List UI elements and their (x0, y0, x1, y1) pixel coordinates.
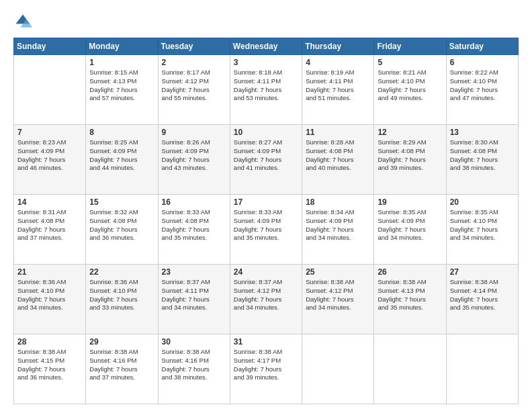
day-number: 29 (89, 337, 154, 347)
weekday-header-monday: Monday (86, 38, 158, 55)
day-info: Sunrise: 8:22 AM Sunset: 4:10 PM Dayligh… (450, 68, 515, 103)
day-number: 22 (89, 267, 154, 277)
calendar-cell: 24Sunrise: 8:37 AM Sunset: 4:12 PM Dayli… (230, 265, 302, 334)
calendar-week-row: 28Sunrise: 8:38 AM Sunset: 4:15 PM Dayli… (14, 334, 519, 404)
day-info: Sunrise: 8:19 AM Sunset: 4:11 PM Dayligh… (306, 68, 370, 103)
day-number: 24 (234, 267, 298, 277)
weekday-header-tuesday: Tuesday (158, 38, 230, 55)
day-number: 11 (306, 128, 370, 137)
calendar-cell: 8Sunrise: 8:25 AM Sunset: 4:09 PM Daylig… (86, 125, 158, 195)
calendar-cell: 18Sunrise: 8:34 AM Sunset: 4:09 PM Dayli… (302, 195, 374, 265)
day-number: 23 (162, 267, 226, 277)
calendar-cell: 5Sunrise: 8:21 AM Sunset: 4:10 PM Daylig… (374, 55, 446, 125)
day-number: 5 (378, 58, 442, 67)
day-number: 28 (17, 337, 82, 347)
calendar-cell: 10Sunrise: 8:27 AM Sunset: 4:09 PM Dayli… (230, 125, 302, 195)
day-number: 20 (450, 197, 515, 207)
day-info: Sunrise: 8:37 AM Sunset: 4:11 PM Dayligh… (162, 278, 226, 312)
calendar-cell: 6Sunrise: 8:22 AM Sunset: 4:10 PM Daylig… (446, 55, 518, 125)
day-number: 25 (306, 267, 370, 277)
calendar-cell: 21Sunrise: 8:36 AM Sunset: 4:10 PM Dayli… (14, 265, 86, 334)
day-number: 18 (306, 197, 370, 207)
calendar-cell: 13Sunrise: 8:30 AM Sunset: 4:08 PM Dayli… (446, 125, 518, 195)
calendar-cell: 28Sunrise: 8:38 AM Sunset: 4:15 PM Dayli… (14, 334, 86, 404)
calendar-cell: 11Sunrise: 8:28 AM Sunset: 4:08 PM Dayli… (302, 125, 374, 195)
day-info: Sunrise: 8:35 AM Sunset: 4:10 PM Dayligh… (450, 208, 515, 242)
calendar-table: SundayMondayTuesdayWednesdayThursdayFrid… (13, 38, 519, 404)
calendar-cell: 2Sunrise: 8:17 AM Sunset: 4:12 PM Daylig… (158, 55, 230, 125)
day-number: 9 (162, 128, 226, 137)
day-number: 4 (306, 58, 370, 67)
day-number: 8 (89, 128, 154, 137)
calendar-cell: 1Sunrise: 8:15 AM Sunset: 4:13 PM Daylig… (86, 55, 158, 125)
day-info: Sunrise: 8:38 AM Sunset: 4:17 PM Dayligh… (234, 348, 298, 382)
day-number: 14 (17, 197, 82, 207)
calendar-cell: 26Sunrise: 8:38 AM Sunset: 4:13 PM Dayli… (374, 265, 446, 334)
calendar-cell: 29Sunrise: 8:38 AM Sunset: 4:16 PM Dayli… (86, 334, 158, 404)
day-info: Sunrise: 8:15 AM Sunset: 4:13 PM Dayligh… (89, 68, 154, 103)
day-number: 15 (89, 197, 154, 207)
day-number: 19 (378, 197, 442, 207)
day-info: Sunrise: 8:38 AM Sunset: 4:12 PM Dayligh… (306, 278, 370, 312)
calendar-cell: 4Sunrise: 8:19 AM Sunset: 4:11 PM Daylig… (302, 55, 374, 125)
day-info: Sunrise: 8:38 AM Sunset: 4:16 PM Dayligh… (162, 348, 226, 382)
day-info: Sunrise: 8:38 AM Sunset: 4:16 PM Dayligh… (89, 348, 154, 382)
logo (13, 12, 34, 31)
day-info: Sunrise: 8:30 AM Sunset: 4:08 PM Dayligh… (450, 138, 515, 173)
day-info: Sunrise: 8:32 AM Sunset: 4:08 PM Dayligh… (89, 208, 154, 242)
day-number: 27 (450, 267, 515, 277)
day-number: 17 (234, 197, 298, 207)
calendar-week-row: 1Sunrise: 8:15 AM Sunset: 4:13 PM Daylig… (14, 55, 519, 125)
calendar-cell: 31Sunrise: 8:38 AM Sunset: 4:17 PM Dayli… (230, 334, 302, 404)
logo-icon (13, 12, 32, 31)
calendar-cell (302, 334, 374, 404)
day-number: 1 (89, 58, 154, 67)
day-info: Sunrise: 8:26 AM Sunset: 4:09 PM Dayligh… (162, 138, 226, 173)
day-number: 2 (162, 58, 226, 67)
day-number: 30 (162, 337, 226, 347)
calendar-cell: 12Sunrise: 8:29 AM Sunset: 4:08 PM Dayli… (374, 125, 446, 195)
day-info: Sunrise: 8:23 AM Sunset: 4:09 PM Dayligh… (17, 138, 82, 173)
page: SundayMondayTuesdayWednesdayThursdayFrid… (0, 0, 532, 411)
header (13, 12, 519, 31)
day-number: 3 (234, 58, 298, 67)
day-number: 10 (234, 128, 298, 137)
day-number: 31 (234, 337, 298, 347)
calendar-cell: 16Sunrise: 8:33 AM Sunset: 4:08 PM Dayli… (158, 195, 230, 265)
day-number: 13 (450, 128, 515, 137)
calendar-cell: 7Sunrise: 8:23 AM Sunset: 4:09 PM Daylig… (14, 125, 86, 195)
day-info: Sunrise: 8:18 AM Sunset: 4:11 PM Dayligh… (234, 68, 298, 103)
day-info: Sunrise: 8:37 AM Sunset: 4:12 PM Dayligh… (234, 278, 298, 312)
weekday-header-sunday: Sunday (14, 38, 86, 55)
day-number: 16 (162, 197, 226, 207)
calendar-cell: 20Sunrise: 8:35 AM Sunset: 4:10 PM Dayli… (446, 195, 518, 265)
calendar-cell: 23Sunrise: 8:37 AM Sunset: 4:11 PM Dayli… (158, 265, 230, 334)
weekday-header-wednesday: Wednesday (230, 38, 302, 55)
day-number: 7 (17, 128, 82, 137)
day-info: Sunrise: 8:17 AM Sunset: 4:12 PM Dayligh… (162, 68, 226, 103)
day-info: Sunrise: 8:34 AM Sunset: 4:09 PM Dayligh… (306, 208, 370, 242)
weekday-header-friday: Friday (374, 38, 446, 55)
day-info: Sunrise: 8:38 AM Sunset: 4:13 PM Dayligh… (378, 278, 442, 312)
weekday-header-saturday: Saturday (446, 38, 518, 55)
day-info: Sunrise: 8:33 AM Sunset: 4:09 PM Dayligh… (234, 208, 298, 242)
day-info: Sunrise: 8:36 AM Sunset: 4:10 PM Dayligh… (89, 278, 154, 312)
day-info: Sunrise: 8:29 AM Sunset: 4:08 PM Dayligh… (378, 138, 442, 173)
day-info: Sunrise: 8:38 AM Sunset: 4:15 PM Dayligh… (17, 348, 82, 382)
calendar-week-row: 21Sunrise: 8:36 AM Sunset: 4:10 PM Dayli… (14, 265, 519, 334)
calendar-cell: 9Sunrise: 8:26 AM Sunset: 4:09 PM Daylig… (158, 125, 230, 195)
calendar-cell: 14Sunrise: 8:31 AM Sunset: 4:08 PM Dayli… (14, 195, 86, 265)
day-number: 12 (378, 128, 442, 137)
day-info: Sunrise: 8:33 AM Sunset: 4:08 PM Dayligh… (162, 208, 226, 242)
calendar-cell (14, 55, 86, 125)
day-info: Sunrise: 8:31 AM Sunset: 4:08 PM Dayligh… (17, 208, 82, 242)
day-info: Sunrise: 8:27 AM Sunset: 4:09 PM Dayligh… (234, 138, 298, 173)
weekday-header-row: SundayMondayTuesdayWednesdayThursdayFrid… (14, 38, 519, 55)
day-info: Sunrise: 8:25 AM Sunset: 4:09 PM Dayligh… (89, 138, 154, 173)
day-number: 6 (450, 58, 515, 67)
calendar-cell: 27Sunrise: 8:38 AM Sunset: 4:14 PM Dayli… (446, 265, 518, 334)
calendar-cell: 3Sunrise: 8:18 AM Sunset: 4:11 PM Daylig… (230, 55, 302, 125)
calendar-week-row: 14Sunrise: 8:31 AM Sunset: 4:08 PM Dayli… (14, 195, 519, 265)
day-info: Sunrise: 8:38 AM Sunset: 4:14 PM Dayligh… (450, 278, 515, 312)
calendar-cell (446, 334, 518, 404)
